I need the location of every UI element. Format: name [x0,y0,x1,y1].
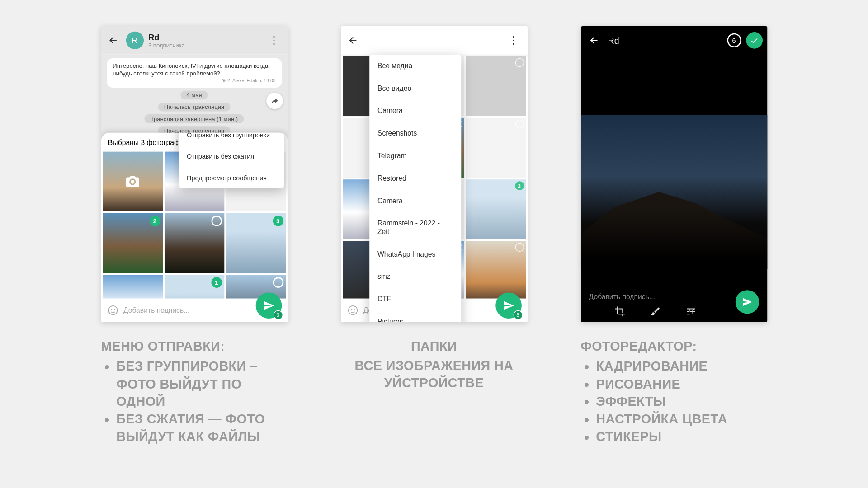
gallery-thumb[interactable] [466,56,525,116]
back-button[interactable] [104,32,121,49]
caption-subtitle: ВСЕ ИЗОБРАЖЕНИЯ НА УЙСТРОЙСТВЕ [341,358,528,392]
folder-item[interactable]: Telegram [369,145,461,167]
caption-title: МЕНЮ ОТПРАВКИ: [101,339,288,354]
avatar[interactable]: R [126,32,143,49]
folder-item[interactable]: Все медиа [369,55,461,77]
emoji-icon[interactable] [347,305,359,316]
caption-block-3: ФОТОРЕДАКТОР: КАДРИРОВАНИЕ РИСОВАНИЕ ЭФФ… [580,339,767,446]
check-icon [750,36,759,45]
select-marker[interactable] [515,243,524,252]
system-message: Началась трансляция [158,103,231,112]
sliders-icon [685,306,696,317]
gallery-thumb[interactable] [466,241,525,300]
gallery-thumb[interactable] [103,152,162,211]
folder-item[interactable]: WhatsApp Images [369,243,461,265]
caption-item: СТИКЕРЫ [580,428,767,446]
folder-item[interactable]: smz [369,265,461,288]
folder-item[interactable]: Pictures [369,310,461,322]
caption-item: НАСТРОЙКА ЦВЕТА [580,410,767,428]
attach-panel: Выбраны 3 фотографии Отправить без групп… [101,133,288,322]
folder-item[interactable]: Rammstein - 2022 - Zeit [369,212,461,243]
send-button[interactable]: 3 [495,292,522,319]
menu-item-preview[interactable]: Предпросмотр сообщения [179,167,284,188]
select-marker[interactable] [273,277,283,288]
chat-header: R Rd 3 подписчика ⋮ [101,26,288,55]
folder-item[interactable]: Screenshots [369,122,461,145]
arrow-left-icon [108,35,118,46]
select-marker[interactable]: 3 [273,216,283,226]
chat-subtitle: 3 подписчика [148,42,264,48]
gallery-thumb[interactable]: 3 [226,213,286,273]
select-marker[interactable]: 3 [515,181,524,190]
back-button[interactable] [344,32,361,49]
select-marker[interactable]: 2 [150,216,160,226]
crop-icon [614,306,625,317]
select-marker[interactable] [515,120,524,129]
share-button[interactable] [266,93,283,109]
send-icon [263,300,274,311]
caption-block-2: ПАПКИ ВСЕ ИЗОБРАЖЕНИЯ НА УЙСТРОЙСТВЕ [341,339,528,392]
menu-item-no-compress[interactable]: Отправить без сжатия [179,146,284,167]
gallery-thumb[interactable] [466,118,525,178]
selection-count[interactable]: 6 [727,33,741,47]
select-marker[interactable] [211,216,222,226]
selection-badge: 3 [513,310,523,320]
svg-point-4 [351,309,352,310]
select-marker[interactable] [515,58,524,67]
svg-point-0 [108,306,118,315]
brush-icon [650,306,660,317]
folder-item[interactable]: Все видео [369,77,461,100]
date-chip: 4 мая [180,91,208,100]
gallery-thumb[interactable]: 3 [466,179,525,239]
screen-photo-editor: Rd 6 Добавить подпись... [580,26,767,322]
brush-button[interactable] [649,305,661,317]
folder-item[interactable]: Camera [369,99,461,122]
emoji-icon[interactable] [107,305,118,316]
send-options-menu: Отправить без группировки Отправить без … [179,133,284,188]
more-button[interactable]: ⋮ [504,34,524,47]
caption-title: ФОТОРЕДАКТОР: [580,339,767,354]
message-meta: 👁 2 Alexej Edakin, 14:03 [113,78,275,84]
more-button[interactable]: ⋮ [264,34,284,47]
share-icon [270,97,278,105]
send-button[interactable]: 3 [255,292,282,319]
selection-badge: 3 [273,310,283,320]
system-message: Трансляция завершена (1 мин.) [145,115,244,124]
folder-item[interactable]: Camera [369,189,461,212]
caption-item: РИСОВАНИЕ [580,375,767,393]
send-icon [742,297,753,308]
send-icon [502,300,514,311]
arrow-left-icon [588,35,599,46]
caption-block-1: МЕНЮ ОТПРАВКИ: БЕЗ ГРУППИРОВКИ – ФОТО ВЫ… [101,339,288,446]
menu-item-no-group[interactable]: Отправить без группировки [179,133,284,146]
screen-send-menu: R Rd 3 подписчика ⋮ Интересно, наш Киноп… [101,26,288,322]
message-text: Интересно, наш Кинопоиск, IVI и другие п… [113,62,270,76]
chat-message[interactable]: Интересно, наш Кинопоиск, IVI и другие п… [107,58,281,88]
svg-point-2 [114,309,115,310]
select-marker[interactable]: 1 [211,277,222,288]
caption-item: БЕЗ ГРУППИРОВКИ – ФОТО ВЫЙДУТ ПО ОДНОЙ [101,358,288,411]
camera-icon [103,152,162,211]
screen-folders: ⋮ 3 Все медиа Все видео Camera Screensho… [341,26,528,322]
adjust-button[interactable] [685,305,697,317]
send-button[interactable] [735,290,759,314]
back-button[interactable] [585,32,602,49]
crop-button[interactable] [614,305,626,317]
editor-header: Rd 6 [580,26,767,55]
caption-item: ЭФФЕКТЫ [580,393,767,410]
editor-image[interactable] [580,115,767,269]
folder-item[interactable]: Restored [369,167,461,190]
folder-item[interactable]: DTF [369,288,461,310]
arrow-left-icon [347,35,358,46]
confirm-button[interactable] [746,32,763,49]
svg-point-5 [354,309,354,310]
svg-point-3 [348,306,357,315]
chat-title[interactable]: Rd [148,33,264,42]
folder-header: ⋮ [341,26,528,55]
caption-title: ПАПКИ [341,339,528,354]
editor-title: Rd [608,35,726,45]
gallery-thumb[interactable]: 2 [103,213,162,273]
folder-dropdown: Все медиа Все видео Camera Screenshots T… [369,55,461,322]
caption-item: КАДРИРОВАНИЕ [580,358,767,375]
gallery-thumb[interactable] [164,213,224,273]
